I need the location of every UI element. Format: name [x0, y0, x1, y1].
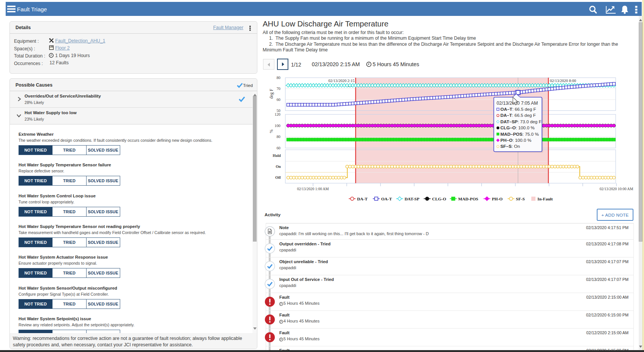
svg-text:OA-T: OA-T [381, 197, 392, 201]
svg-text:%: % [269, 129, 274, 133]
svg-text:Off: Off [275, 175, 281, 180]
svg-text:80: 80 [277, 135, 280, 139]
svg-text:CLG–O: 100.0 %: CLG–O: 100.0 % [500, 125, 535, 130]
svg-text:02/13/2020 2:15: 02/13/2020 2:15 [328, 79, 355, 83]
svg-text:OA–T: 66.5 deg F: OA–T: 66.5 deg F [500, 107, 536, 112]
svg-text:MAD-POS: MAD-POS [458, 197, 478, 201]
svg-text:100: 100 [275, 124, 280, 128]
svg-text:80: 80 [277, 76, 280, 80]
svg-text:CLG-O: CLG-O [432, 197, 446, 201]
svg-text:DAT-SP: DAT-SP [404, 197, 419, 201]
svg-text:In-Fault: In-Fault [537, 197, 553, 201]
svg-text:Hold: Hold [272, 154, 281, 158]
svg-text:02/13/2020 1:00 AM: 02/13/2020 1:00 AM [297, 187, 329, 191]
svg-text:SF–S: On: SF–S: On [500, 144, 520, 149]
svg-text:60: 60 [277, 146, 280, 150]
svg-text:DAT–SP: 73.0 deg F: DAT–SP: 73.0 deg F [500, 119, 542, 124]
svg-text:02/13/2020 10:00 AM: 02/13/2020 10:00 AM [600, 187, 633, 191]
svg-text:On: On [276, 164, 281, 169]
svg-text:60: 60 [277, 98, 280, 102]
svg-text:SF-S: SF-S [516, 197, 525, 201]
svg-text:DA–T: 66.5 deg F: DA–T: 66.5 deg F [500, 113, 536, 118]
svg-text:02/13/2020 8:00: 02/13/2020 8:00 [550, 79, 576, 83]
svg-text:PH-O: PH-O [492, 197, 503, 201]
svg-text:DA-T: DA-T [357, 197, 368, 201]
svg-text:70: 70 [277, 87, 280, 91]
svg-text:PH–O: 100.0 %: PH–O: 100.0 % [500, 138, 531, 143]
svg-text:MAD–POS: 75.0 %: MAD–POS: 75.0 % [500, 132, 539, 137]
svg-text:deg F: deg F [269, 88, 274, 99]
svg-text:120: 120 [275, 112, 280, 116]
